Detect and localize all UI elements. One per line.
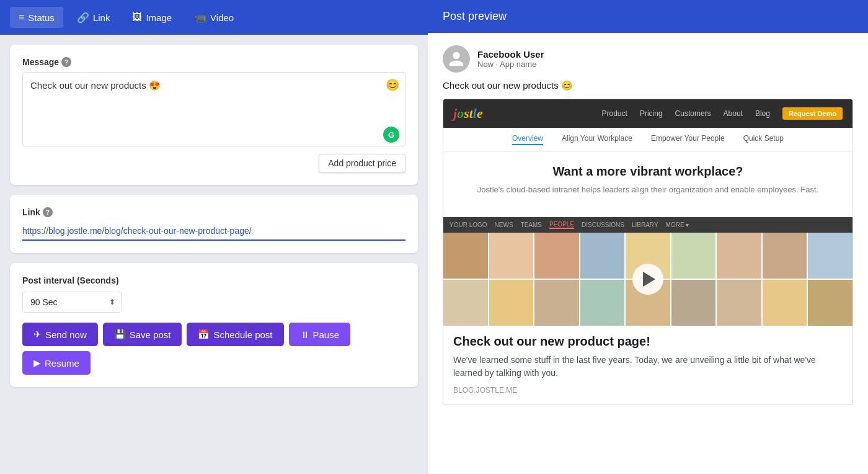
jostle-header: jostle Product Pricing Customers About B… xyxy=(443,99,852,128)
subnav-overview[interactable]: Overview xyxy=(512,134,543,145)
play-button[interactable] xyxy=(632,264,663,295)
tab-link[interactable]: 🔗 Link xyxy=(68,7,119,29)
link-label: Link ? xyxy=(22,207,405,217)
play-triangle-icon xyxy=(643,272,655,287)
nav-request-demo[interactable]: Request Demo xyxy=(782,107,843,120)
mini-people[interactable]: PEOPLE xyxy=(549,221,574,229)
nav-about[interactable]: About xyxy=(724,109,743,118)
mini-teams[interactable]: TEAMS xyxy=(521,221,542,228)
face-9 xyxy=(808,233,852,279)
image-icon: 🖼 xyxy=(132,12,142,23)
pause-button[interactable]: ⏸ Pause xyxy=(289,323,351,346)
mini-library[interactable]: LIBRARY xyxy=(632,221,658,228)
message-card: Message ? Check out our new products 😍 😊… xyxy=(10,45,418,185)
add-price-wrapper: Add product price xyxy=(22,154,405,172)
face-2 xyxy=(489,233,534,279)
mini-news[interactable]: NEWS xyxy=(495,221,513,228)
fb-user-info: Facebook User Now · App name xyxy=(477,49,544,69)
link-icon: 🔗 xyxy=(77,12,89,24)
preview-footer: Check out our new product page! We've le… xyxy=(443,326,852,405)
face-15 xyxy=(671,280,716,326)
face-13 xyxy=(580,280,625,326)
face-17 xyxy=(763,280,807,326)
post-interval-label: Post interval (Seconds) xyxy=(22,275,405,285)
nav-pricing[interactable]: Pricing xyxy=(640,109,663,118)
jostle-subnav: Overview Align Your Workplace Empower Yo… xyxy=(443,128,852,152)
avatar xyxy=(443,45,470,73)
nav-customers[interactable]: Customers xyxy=(675,109,711,118)
face-1 xyxy=(443,233,488,279)
jostle-subtext: Jostle's cloud-based intranet helps lead… xyxy=(456,184,840,196)
tab-bar: ≡ Status 🔗 Link 🖼 Image 📹 Video xyxy=(0,0,428,35)
post-interval-card: Post interval (Seconds) 30 Sec 60 Sec 90… xyxy=(10,263,418,387)
grammarly-icon: G xyxy=(383,127,399,143)
message-wrapper: Check out our new products 😍 😊 G xyxy=(22,72,405,149)
content-area: Message ? Check out our new products 😍 😊… xyxy=(0,35,428,397)
left-panel: ≡ Status 🔗 Link 🖼 Image 📹 Video Message … xyxy=(0,0,428,474)
status-icon: ≡ xyxy=(19,12,24,23)
send-now-button[interactable]: ✈ Send now xyxy=(22,323,98,346)
face-10 xyxy=(443,280,488,326)
subnav-align[interactable]: Align Your Workplace xyxy=(562,134,632,145)
face-3 xyxy=(534,233,579,279)
subnav-empower[interactable]: Empower Your People xyxy=(651,134,725,145)
preview-footer-text: We've learned some stuff in the last fiv… xyxy=(453,354,843,380)
save-post-button[interactable]: 💾 Save post xyxy=(103,323,182,346)
emoji-button[interactable]: 😊 xyxy=(386,78,399,92)
face-18 xyxy=(808,280,852,326)
mini-logo: YOUR LOGO xyxy=(450,221,487,228)
link-preview-card: jostle Product Pricing Customers About B… xyxy=(443,99,853,405)
interval-select[interactable]: 30 Sec 60 Sec 90 Sec 120 Sec 180 Sec xyxy=(22,292,122,313)
face-12 xyxy=(534,280,579,326)
jostle-logo: jostle xyxy=(453,105,483,122)
resume-button[interactable]: ▶ Resume xyxy=(22,351,91,375)
post-message: Check out our new products 😊 xyxy=(443,80,853,91)
pause-icon: ⏸ xyxy=(300,329,309,340)
preview-content: Facebook User Now · App name Check out o… xyxy=(428,33,868,418)
face-7 xyxy=(717,233,761,279)
jostle-body: Want a more vibrant workplace? Jostle's … xyxy=(443,152,852,217)
preview-footer-title: Check out our new product page! xyxy=(453,334,843,349)
nav-product[interactable]: Product xyxy=(602,109,627,118)
face-grid xyxy=(443,233,852,326)
play-icon: ▶ xyxy=(33,357,41,369)
tab-video-label: Video xyxy=(210,12,234,23)
tab-status-label: Status xyxy=(28,12,55,23)
face-11 xyxy=(489,280,534,326)
tab-image-label: Image xyxy=(146,12,172,23)
jostle-mini-nav: YOUR LOGO NEWS TEAMS PEOPLE DISCUSSIONS … xyxy=(443,217,852,233)
preview-header: Post preview xyxy=(428,0,868,33)
action-buttons: ✈ Send now 💾 Save post 📅 Schedule post ⏸… xyxy=(22,323,405,375)
video-icon: 📹 xyxy=(194,12,206,24)
mini-discussions[interactable]: DISCUSSIONS xyxy=(582,221,624,228)
schedule-post-button[interactable]: 📅 Schedule post xyxy=(187,323,283,346)
send-icon: ✈ xyxy=(33,329,42,340)
link-help-icon[interactable]: ? xyxy=(43,207,53,217)
save-icon: 💾 xyxy=(114,329,126,340)
preview-domain: BLOG.JOSTLE.ME xyxy=(453,386,843,395)
face-16 xyxy=(717,280,761,326)
calendar-icon: 📅 xyxy=(198,329,210,340)
jostle-headline: Want a more vibrant workplace? xyxy=(456,164,840,179)
message-help-icon[interactable]: ? xyxy=(61,57,71,67)
message-input[interactable]: Check out our new products 😍 xyxy=(22,72,405,146)
tab-image[interactable]: 🖼 Image xyxy=(123,7,180,28)
mini-more[interactable]: MORE ▾ xyxy=(666,221,689,228)
tab-link-label: Link xyxy=(93,12,110,23)
fb-post-header: Facebook User Now · App name xyxy=(443,45,853,73)
tab-status[interactable]: ≡ Status xyxy=(10,7,63,28)
nav-blog[interactable]: Blog xyxy=(755,109,770,118)
jostle-nav: Product Pricing Customers About Blog Req… xyxy=(602,107,843,120)
tab-video[interactable]: 📹 Video xyxy=(185,7,242,29)
subnav-quicksetup[interactable]: Quick Setup xyxy=(743,134,784,145)
face-6 xyxy=(671,233,716,279)
face-4 xyxy=(580,233,625,279)
message-label: Message ? xyxy=(22,57,405,67)
fb-username: Facebook User xyxy=(477,49,544,60)
face-8 xyxy=(763,233,807,279)
interval-select-wrapper: 30 Sec 60 Sec 90 Sec 120 Sec 180 Sec ⬍ xyxy=(22,292,122,313)
link-input[interactable] xyxy=(22,222,405,241)
right-panel: Post preview Facebook User Now · App nam… xyxy=(428,0,868,474)
add-product-price-button[interactable]: Add product price xyxy=(319,154,405,172)
fb-meta: Now · App name xyxy=(477,60,544,69)
